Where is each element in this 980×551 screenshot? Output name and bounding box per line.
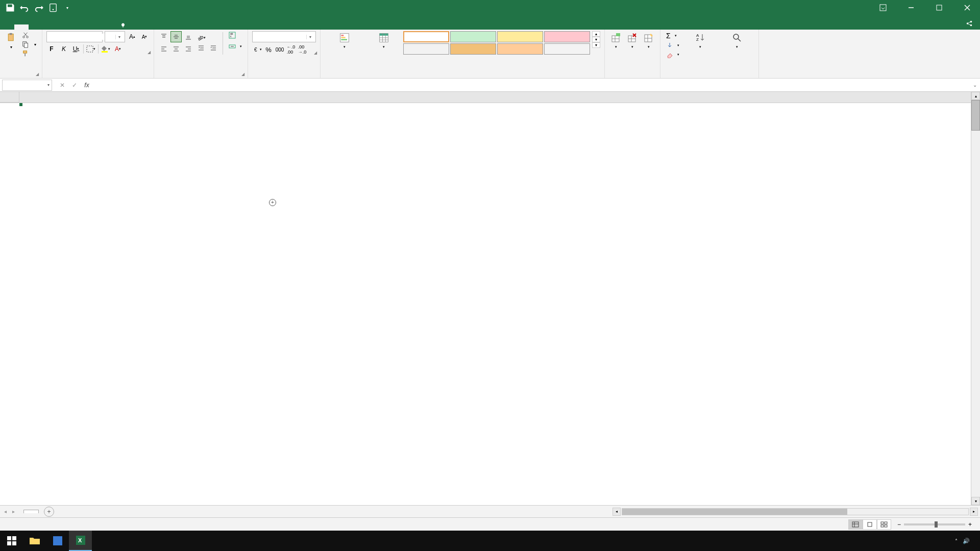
italic-button[interactable]: K	[59, 44, 69, 54]
file-explorer-taskbar[interactable]	[23, 531, 46, 551]
tab-file[interactable]	[0, 24, 14, 30]
enter-formula-button[interactable]: ✓	[69, 80, 80, 90]
start-button[interactable]	[0, 531, 23, 551]
scroll-left-button[interactable]: ◂	[612, 508, 621, 516]
minimize-button[interactable]	[901, 0, 921, 15]
maximize-button[interactable]	[929, 0, 949, 15]
align-top-button[interactable]	[158, 31, 169, 42]
borders-button[interactable]: ▾	[86, 44, 96, 54]
style-standard[interactable]	[403, 31, 449, 42]
hscroll-thumb[interactable]	[622, 509, 847, 515]
number-launcher[interactable]: ◢	[313, 51, 318, 56]
alignment-launcher[interactable]: ◢	[240, 72, 246, 77]
insert-cells-button[interactable]: ▾	[609, 31, 623, 51]
zoom-out-button[interactable]: −	[897, 521, 901, 528]
cut-button[interactable]	[20, 31, 38, 39]
align-right-button[interactable]	[183, 43, 194, 55]
taskbar-app-1[interactable]	[46, 531, 69, 551]
decrease-decimal-button[interactable]: .00→.0	[297, 44, 307, 55]
fill-button[interactable]: ▾	[665, 41, 681, 49]
ribbon-options-button[interactable]	[873, 0, 893, 15]
gallery-more-button[interactable]: ▾	[592, 42, 600, 48]
scroll-up-button[interactable]: ▴	[971, 92, 980, 100]
style-schlecht[interactable]	[544, 31, 590, 42]
paste-button[interactable]: ▾	[4, 31, 18, 51]
zoom-slider[interactable]	[904, 523, 965, 525]
tab-formulas[interactable]	[57, 24, 71, 30]
sheet-nav-prev[interactable]: ◂	[4, 509, 11, 514]
chevron-down-icon[interactable]: ▾	[45, 83, 52, 87]
chevron-down-icon[interactable]: ▾	[306, 35, 313, 39]
select-all-corner[interactable]	[0, 92, 19, 103]
share-button[interactable]	[961, 17, 980, 30]
vscroll-thumb[interactable]	[971, 100, 980, 131]
tab-view[interactable]	[100, 24, 114, 30]
redo-button[interactable]	[34, 3, 44, 13]
clear-button[interactable]: ▾	[665, 51, 681, 59]
page-layout-view-button[interactable]	[863, 519, 877, 530]
cells-area[interactable]	[19, 103, 971, 505]
clipboard-launcher[interactable]: ◢	[35, 72, 40, 77]
horizontal-scrollbar[interactable]: ◂ ▸	[612, 508, 980, 516]
gallery-down-button[interactable]: ▾	[592, 37, 600, 42]
tell-me-search[interactable]	[117, 21, 131, 30]
style-erklarender[interactable]	[544, 43, 590, 55]
align-left-button[interactable]	[158, 43, 169, 55]
chevron-down-icon[interactable]: ▾	[115, 35, 122, 39]
gallery-up-button[interactable]: ▴	[592, 31, 600, 37]
bold-button[interactable]: F	[46, 44, 57, 54]
orientation-button[interactable]: ab▾	[196, 33, 206, 43]
font-size-combo[interactable]: ▾	[105, 31, 125, 42]
insert-function-button[interactable]: fx	[82, 80, 92, 90]
style-ausgabe[interactable]	[403, 43, 449, 55]
sheet-nav-next[interactable]: ▸	[12, 509, 19, 514]
tab-home[interactable]	[14, 24, 29, 30]
name-box[interactable]: ▾	[2, 80, 52, 91]
undo-button[interactable]	[19, 3, 30, 13]
style-neutral[interactable]	[497, 31, 543, 42]
increase-decimal-button[interactable]: ←.0.00	[286, 44, 296, 55]
delete-cells-button[interactable]: ▾	[625, 31, 640, 51]
font-color-button[interactable]: A▾	[113, 44, 123, 54]
copy-button[interactable]: ▾	[20, 40, 38, 48]
style-eingabe[interactable]	[497, 43, 543, 55]
align-middle-button[interactable]	[170, 31, 182, 42]
qat-customize-icon[interactable]: ▾	[62, 3, 72, 13]
style-gut[interactable]	[450, 31, 496, 42]
font-name-combo[interactable]: ▾	[46, 31, 103, 42]
format-as-table-button[interactable]: ▾	[366, 31, 401, 51]
tab-layout[interactable]	[43, 24, 57, 30]
increase-font-button[interactable]: A▴	[127, 32, 137, 42]
format-cells-button[interactable]: ▾	[642, 31, 656, 51]
autosum-button[interactable]: Σ▾	[665, 31, 681, 40]
normal-view-button[interactable]	[848, 519, 863, 530]
fill-color-button[interactable]: ▾	[101, 44, 111, 54]
tab-review[interactable]	[86, 24, 100, 30]
underline-button[interactable]: U▾	[71, 44, 81, 54]
save-button[interactable]	[5, 3, 15, 13]
tab-insert[interactable]	[29, 24, 43, 30]
find-select-button[interactable]: ▾	[720, 31, 754, 51]
scroll-down-button[interactable]: ▾	[971, 497, 980, 505]
number-format-combo[interactable]: ▾	[252, 31, 316, 42]
tab-data[interactable]	[71, 24, 86, 30]
comma-format-button[interactable]: 000	[275, 44, 285, 55]
scroll-right-button[interactable]: ▸	[970, 508, 978, 516]
decrease-indent-button[interactable]	[196, 43, 206, 53]
sort-filter-button[interactable]: AZ▾	[683, 31, 718, 51]
wrap-text-button[interactable]: abc	[227, 31, 243, 39]
expand-formula-bar[interactable]: ⌄	[970, 82, 980, 88]
decrease-font-button[interactable]: A▾	[139, 32, 150, 42]
sheet-tab-1[interactable]	[23, 510, 39, 513]
vertical-scrollbar[interactable]: ▴ ▾	[971, 92, 980, 505]
close-button[interactable]	[957, 0, 977, 15]
font-launcher[interactable]: ◢	[146, 50, 152, 55]
style-berechnung[interactable]	[450, 43, 496, 55]
zoom-in-button[interactable]: +	[968, 521, 972, 528]
add-sheet-button[interactable]: +	[44, 507, 54, 517]
excel-taskbar[interactable]: X	[69, 531, 92, 551]
tray-chevron-icon[interactable]: ˄	[955, 538, 958, 544]
percent-format-button[interactable]: %	[263, 44, 274, 55]
cancel-formula-button[interactable]: ✕	[57, 80, 67, 90]
accounting-format-button[interactable]: €▾	[252, 44, 262, 55]
